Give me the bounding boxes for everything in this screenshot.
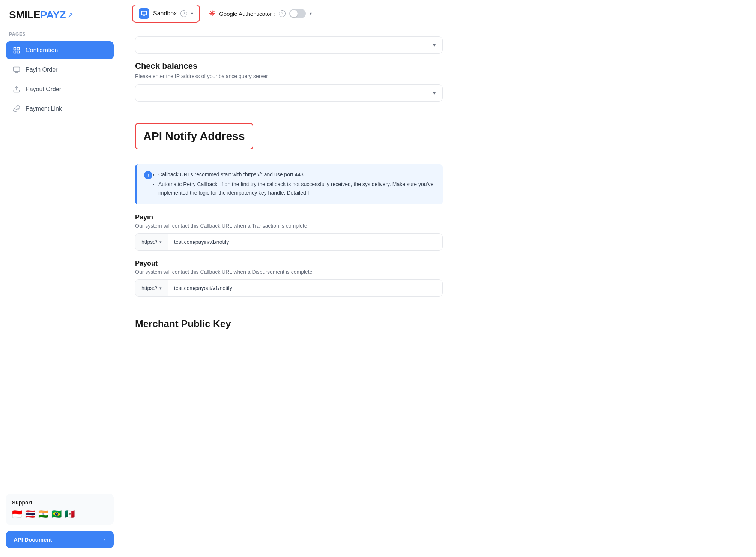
payment-link-icon	[12, 104, 21, 113]
section-divider-2	[135, 309, 443, 309]
api-document-button[interactable]: API Document →	[6, 531, 114, 548]
payin-order-icon	[12, 65, 21, 74]
payout-url-prefix[interactable]: https:// ▾	[135, 280, 168, 296]
payout-callback-section: Payout Our system will contact this Call…	[135, 260, 443, 297]
payout-callback-label: Payout	[135, 260, 443, 267]
content-area: ▾ Check balances Please enter the IP add…	[120, 27, 756, 557]
api-notify-header: API Notify Address	[135, 123, 253, 149]
payin-callback-section: Payin Our system will contact this Callb…	[135, 213, 443, 251]
sidebar-item-payin-order[interactable]: Payin Order	[6, 61, 114, 79]
svg-rect-0	[14, 48, 16, 50]
check-balances-dropdown[interactable]: ▾	[135, 84, 443, 102]
payout-url-input-row: https:// ▾	[135, 279, 443, 297]
api-document-label: API Document	[14, 536, 52, 543]
merchant-public-key-title: Merchant Public Key	[135, 318, 443, 330]
check-balances-subtitle: Please enter the IP address of your bala…	[135, 73, 443, 79]
configuration-icon	[12, 46, 21, 55]
top-dropdown[interactable]: ▾	[135, 36, 443, 54]
flag-mexico: 🇲🇽	[65, 509, 75, 519]
payin-url-prefix[interactable]: https:// ▾	[135, 234, 168, 250]
info-bullet-2: Automatic Retry Callback: If on the firs…	[158, 180, 435, 197]
svg-rect-2	[17, 51, 20, 53]
flag-thailand: 🇹🇭	[25, 509, 35, 519]
auth-help-icon[interactable]: ?	[279, 10, 286, 17]
support-label: Support	[12, 500, 108, 506]
logo-payz: PAYZ	[40, 9, 66, 21]
sandbox-selector[interactable]: Sandbox ? ▾	[132, 5, 200, 23]
payin-prefix-text: https://	[141, 239, 157, 245]
google-auth-toggle[interactable]	[289, 9, 306, 18]
flag-indonesia: 🇮🇩	[12, 509, 22, 519]
payin-url-input[interactable]	[168, 234, 442, 250]
info-text: Callback URLs recommed start with “https…	[157, 170, 435, 198]
payout-prefix-chevron: ▾	[159, 286, 162, 291]
sidebar-item-payment-link[interactable]: Payment Link	[6, 100, 114, 118]
payin-url-input-row: https:// ▾	[135, 233, 443, 251]
svg-rect-4	[14, 67, 20, 72]
flags-container: 🇮🇩 🇹🇭 🇮🇳 🇧🇷 🇲🇽	[12, 509, 108, 519]
logo: SMILEPAYZ ↗	[6, 9, 114, 21]
main: Sandbox ? ▾ ✳ Google Authenticator : ? ▾…	[120, 0, 756, 557]
api-notify-title: API Notify Address	[143, 130, 245, 142]
section-divider	[135, 114, 443, 114]
merchant-public-key-section: Merchant Public Key	[135, 318, 443, 330]
sandbox-help-icon[interactable]: ?	[180, 10, 187, 17]
payout-callback-desc: Our system will contact this Callback UR…	[135, 269, 443, 275]
pages-label: PAGES	[6, 32, 114, 37]
sidebar-item-payout-label: Payout Order	[26, 86, 61, 93]
payout-prefix-text: https://	[141, 285, 157, 291]
toggle-knob	[290, 10, 298, 17]
svg-rect-3	[14, 51, 16, 53]
info-bullet-1: Callback URLs recommed start with “https…	[158, 170, 435, 179]
sidebar-item-payout-order[interactable]: Payout Order	[6, 80, 114, 98]
auth-section: ✳ Google Authenticator : ? ▾	[209, 9, 311, 18]
logo-smile: SMILE	[9, 9, 40, 21]
sidebar-item-configuration[interactable]: Configration	[6, 41, 114, 59]
svg-rect-1	[17, 48, 20, 50]
payin-callback-label: Payin	[135, 213, 443, 221]
auth-chevron-icon: ▾	[310, 11, 312, 16]
google-auth-label: Google Authenticator :	[219, 11, 275, 17]
top-dropdown-chevron: ▾	[433, 42, 436, 48]
payout-order-icon	[12, 85, 21, 94]
sidebar: SMILEPAYZ ↗ PAGES Configration Payin Ord…	[0, 0, 120, 557]
check-balances-chevron: ▾	[433, 90, 436, 96]
payout-url-input[interactable]	[168, 280, 442, 296]
info-box: ! Callback URLs recommed start with “htt…	[135, 164, 443, 204]
sidebar-item-payin-label: Payin Order	[26, 66, 57, 73]
topbar: Sandbox ? ▾ ✳ Google Authenticator : ? ▾	[120, 0, 756, 27]
flag-india: 🇮🇳	[38, 509, 48, 519]
sidebar-item-configuration-label: Configration	[26, 47, 58, 54]
api-document-arrow: →	[101, 536, 106, 543]
sandbox-label: Sandbox	[153, 10, 177, 17]
sidebar-item-payment-link-label: Payment Link	[26, 105, 62, 112]
google-auth-star-icon: ✳	[209, 9, 215, 18]
logo-arrow: ↗	[67, 11, 74, 20]
sandbox-chevron-icon: ▾	[191, 11, 193, 16]
flag-brazil: 🇧🇷	[51, 509, 62, 519]
check-balances-title: Check balances	[135, 61, 443, 71]
check-balances-section: ▾ Check balances Please enter the IP add…	[135, 36, 443, 102]
svg-rect-6	[141, 11, 146, 15]
info-icon: !	[144, 171, 152, 179]
sandbox-icon	[139, 8, 149, 19]
support-box: Support 🇮🇩 🇹🇭 🇮🇳 🇧🇷 🇲🇽	[6, 494, 114, 525]
payin-prefix-chevron: ▾	[159, 240, 162, 245]
api-notify-section: API Notify Address ! Callback URLs recom…	[135, 123, 443, 297]
payin-callback-desc: Our system will contact this Callback UR…	[135, 223, 443, 229]
